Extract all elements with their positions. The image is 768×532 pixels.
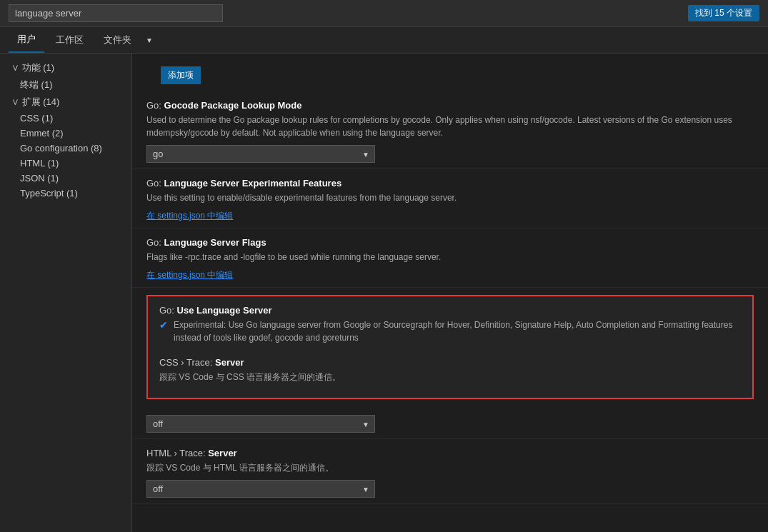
- html-trace-bold: Server: [208, 448, 236, 458]
- sidebar-item-json[interactable]: JSON (1): [0, 171, 131, 186]
- main-layout: ∨ 功能 (1) 终端 (1) ∨ 扩展 (14) CSS (1) Emmet …: [0, 54, 768, 532]
- css-trace-select-wrapper: off messages verbose ▼: [146, 415, 375, 433]
- sidebar-item-features[interactable]: ∨ 功能 (1): [0, 59, 131, 76]
- lang-server-experimental-title: Go: Language Server Experimental Feature…: [146, 178, 754, 189]
- sidebar-item-label: ∨ 扩展 (14): [11, 96, 59, 107]
- lang-server-flags-desc: Flags like -rpc.trace and -logfile to be…: [146, 251, 754, 264]
- sidebar-item-label: Emmet (2): [20, 128, 64, 139]
- settings-content: 添加项 Go: Gocode Package Lookup Mode Used …: [132, 54, 768, 532]
- setting-html-trace: HTML › Trace: Server 跟踪 VS Code 与 HTML 语…: [132, 439, 768, 504]
- gocode-lookup-select[interactable]: go gb auto: [146, 145, 375, 163]
- css-trace-desc: 跟踪 VS Code 与 CSS 语言服务器之间的通信。: [159, 371, 741, 383]
- sidebar-item-label: JSON (1): [20, 173, 59, 184]
- lang-flags-bold: Language Server Flags: [164, 237, 266, 248]
- add-item-button[interactable]: 添加项: [161, 66, 201, 84]
- css-trace-prefix: CSS › Trace:: [159, 357, 215, 368]
- sidebar-item-label: ∨ 功能 (1): [11, 62, 54, 73]
- lang-server-experimental-link[interactable]: 在 settings.json 中编辑: [146, 211, 233, 221]
- sidebar-item-extensions[interactable]: ∨ 扩展 (14): [0, 94, 131, 111]
- search-bar: 找到 15 个设置: [0, 0, 768, 27]
- html-trace-title: HTML › Trace: Server: [146, 448, 754, 458]
- sidebar-item-label: Go configuration (8): [20, 143, 102, 154]
- sidebar-item-html[interactable]: HTML (1): [0, 156, 131, 171]
- use-lang-server-prefix: Go:: [159, 305, 177, 316]
- folder-dropdown-icon[interactable]: ▼: [143, 31, 156, 50]
- css-trace-section: CSS › Trace: Server 跟踪 VS Code 与 CSS 语言服…: [159, 357, 741, 383]
- html-trace-prefix: HTML › Trace:: [146, 448, 208, 458]
- sidebar-item-typescript[interactable]: TypeScript (1): [0, 186, 131, 201]
- sidebar-item-label: CSS (1): [20, 113, 53, 124]
- css-trace-title: CSS › Trace: Server: [159, 357, 741, 368]
- use-lang-server-bold: Use Language Server: [177, 305, 272, 316]
- setting-lang-server-flags: Go: Language Server Flags Flags like -rp…: [132, 229, 768, 288]
- lang-flags-prefix: Go:: [146, 237, 164, 248]
- css-trace-bold: Server: [215, 357, 244, 368]
- search-result-badge: 找到 15 个设置: [688, 5, 759, 21]
- gocode-lookup-prefix: Go:: [146, 100, 164, 111]
- tab-folder[interactable]: 文件夹: [95, 28, 140, 52]
- gocode-lookup-desc: Used to determine the Go package lookup …: [146, 114, 754, 139]
- sidebar-item-css[interactable]: CSS (1): [0, 111, 131, 126]
- tab-workspace[interactable]: 工作区: [47, 28, 92, 52]
- sidebar-item-terminal[interactable]: 终端 (1): [0, 76, 131, 94]
- lang-server-experimental-desc: Use this setting to enable/disable exper…: [146, 191, 754, 204]
- highlighted-use-language-server: Go: Use Language Server ✔ Experimental: …: [146, 295, 754, 399]
- sidebar-item-label: TypeScript (1): [20, 188, 78, 199]
- html-trace-select-wrapper: off messages verbose ▼: [146, 480, 375, 498]
- tab-bar: 用户 工作区 文件夹 ▼: [0, 27, 768, 54]
- tab-users[interactable]: 用户: [9, 27, 44, 53]
- sidebar-item-go-config[interactable]: Go configuration (8): [0, 141, 131, 156]
- sidebar-item-label: HTML (1): [20, 158, 59, 169]
- sidebar: ∨ 功能 (1) 终端 (1) ∨ 扩展 (14) CSS (1) Emmet …: [0, 54, 132, 532]
- lang-server-flags-link[interactable]: 在 settings.json 中编辑: [146, 270, 233, 280]
- lang-experimental-bold: Language Server Experimental Features: [164, 178, 342, 189]
- use-lang-server-checkbox-row: ✔ Experimental: Use Go language server f…: [159, 318, 741, 344]
- lang-server-flags-title: Go: Language Server Flags: [146, 237, 754, 248]
- css-trace-select-block: off messages verbose ▼: [132, 406, 768, 439]
- html-trace-desc: 跟踪 VS Code 与 HTML 语言服务器之间的通信。: [146, 461, 754, 474]
- gocode-lookup-title: Go: Gocode Package Lookup Mode: [146, 100, 754, 111]
- setting-gocode-lookup: Go: Gocode Package Lookup Mode Used to d…: [132, 91, 768, 169]
- checkbox-checked-icon[interactable]: ✔: [159, 319, 168, 331]
- add-item-area: 添加项: [132, 54, 768, 91]
- gocode-lookup-bold: Gocode Package Lookup Mode: [164, 100, 302, 111]
- html-trace-select[interactable]: off messages verbose: [146, 480, 375, 498]
- lang-experimental-prefix: Go:: [146, 178, 164, 189]
- sidebar-item-emmet[interactable]: Emmet (2): [0, 126, 131, 141]
- css-trace-select[interactable]: off messages verbose: [146, 415, 375, 433]
- use-lang-server-checkbox-text: Experimental: Use Go language server fro…: [174, 318, 741, 344]
- sidebar-item-label: 终端 (1): [20, 79, 53, 90]
- search-input[interactable]: [9, 4, 223, 22]
- use-lang-server-title: Go: Use Language Server: [159, 305, 741, 316]
- setting-lang-server-experimental: Go: Language Server Experimental Feature…: [132, 169, 768, 229]
- gocode-lookup-select-wrapper: go gb auto ▼: [146, 145, 375, 163]
